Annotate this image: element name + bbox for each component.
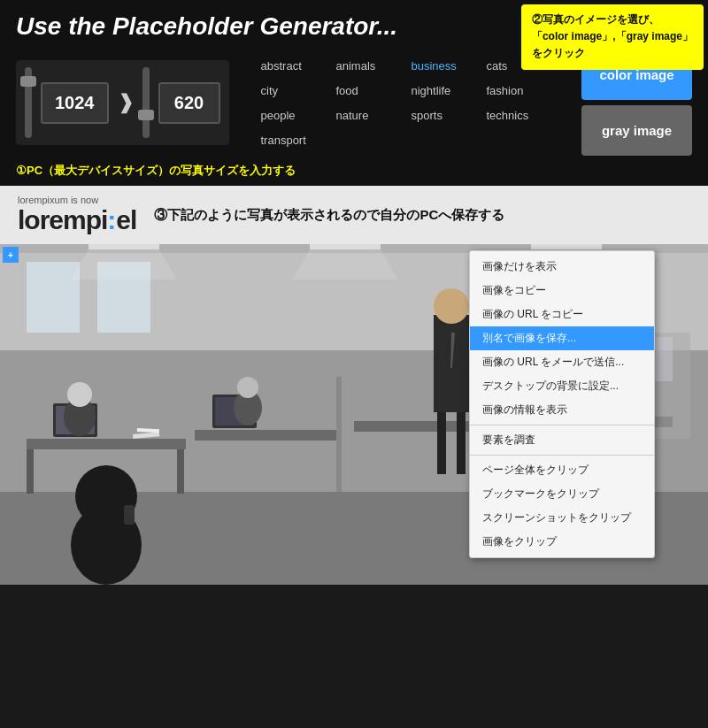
gray-image-button[interactable]: gray image — [581, 105, 692, 156]
slider-thumb-2 — [138, 110, 154, 120]
image-section: + — [0, 244, 708, 585]
svg-point-22 — [237, 377, 258, 398]
callout-line3: をクリック — [532, 45, 693, 62]
height-input[interactable]: 620 — [158, 82, 220, 124]
category-item-animals[interactable]: animals — [336, 53, 412, 78]
context-menu: 画像だけを表示画像をコピー画像の URL をコピー別名で画像を保存...画像の … — [469, 250, 655, 558]
slider-track-1 — [25, 67, 32, 138]
category-item-abstract[interactable]: abstract — [261, 53, 336, 78]
category-item-nightlife[interactable]: nightlife — [412, 78, 487, 103]
svg-rect-6 — [27, 439, 186, 449]
categories-grid: abstractanimalsbusinesscatscityfoodnight… — [261, 53, 562, 152]
svg-rect-3 — [27, 262, 80, 333]
callout-bubble: ②写真のイメージを選び、 「color image」,「gray image」 … — [521, 4, 704, 70]
category-item-nature[interactable]: nature — [336, 103, 412, 127]
context-menu-item-8[interactable]: 要素を調査 — [470, 428, 654, 452]
category-item-business[interactable]: business — [412, 53, 487, 78]
context-menu-divider-7 — [470, 425, 654, 425]
category-item-technics[interactable]: technics — [487, 103, 562, 127]
logo-text-part1: lorempi — [18, 205, 107, 235]
callout-line1: ②写真のイメージを選び、 — [532, 11, 693, 28]
context-menu-item-2[interactable]: 画像の URL をコピー — [470, 303, 654, 326]
middle-section: lorempixum is now lorempi:el ③下記のように写真が表… — [0, 186, 708, 244]
context-menu-item-1[interactable]: 画像をコピー — [470, 279, 654, 303]
category-item-people[interactable]: people — [261, 103, 336, 127]
height-slider[interactable] — [142, 67, 150, 138]
category-item-fashion[interactable]: fashion — [487, 78, 562, 103]
context-menu-item-13[interactable]: 画像をクリップ — [470, 530, 654, 554]
lorempixel-logo: lorempixum is now lorempi:el — [18, 195, 136, 235]
category-item-city[interactable]: city — [261, 78, 336, 103]
logo-text-part2: el — [116, 205, 136, 235]
context-menu-item-6[interactable]: 画像の情報を表示 — [470, 398, 654, 422]
lorempixel-sub: lorempixum is now — [18, 195, 136, 205]
context-menu-divider-9 — [470, 455, 654, 456]
callout-line2: 「color image」,「gray image」 — [532, 28, 693, 45]
step1-label: ①PC（最大デバイスサイズ）の写真サイズを入力する — [16, 163, 692, 179]
svg-marker-43 — [71, 249, 177, 280]
category-item-food[interactable]: food — [336, 78, 412, 103]
svg-rect-25 — [437, 412, 446, 474]
svg-rect-7 — [195, 430, 336, 441]
svg-rect-33 — [124, 505, 135, 525]
svg-point-24 — [434, 288, 469, 324]
slider-thumb-1 — [20, 76, 36, 87]
slider-track-2 — [142, 67, 150, 138]
svg-rect-38 — [336, 377, 342, 492]
arrow-icon: ❱ — [118, 91, 134, 114]
svg-rect-42 — [531, 244, 602, 249]
svg-rect-26 — [457, 412, 466, 474]
context-menu-item-12[interactable]: スクリーンショットをクリップ — [470, 506, 654, 530]
svg-point-20 — [67, 382, 92, 407]
context-menu-item-11[interactable]: ブックマークをクリップ — [470, 482, 654, 506]
context-menu-item-4[interactable]: 画像の URL をメールで送信... — [470, 350, 654, 374]
category-item-sports[interactable]: sports — [412, 103, 487, 127]
context-menu-item-0[interactable]: 画像だけを表示 — [470, 255, 654, 279]
logo-dot: : — [107, 205, 116, 235]
svg-rect-10 — [27, 449, 34, 494]
top-section: Use the Placeholder Generator... ②写真のイメー… — [0, 0, 708, 186]
context-menu-item-10[interactable]: ページ全体をクリップ — [470, 458, 654, 482]
context-menu-item-5[interactable]: デスクトップの背景に設定... — [470, 374, 654, 398]
width-input[interactable]: 1024 — [41, 82, 109, 124]
window-chrome-icon: + — [3, 247, 19, 263]
width-slider[interactable] — [25, 67, 32, 138]
step3-label: ③下記のように写真が表示されるので自分のPCへ保存する — [154, 207, 690, 224]
category-item-transport[interactable]: transport — [261, 127, 336, 152]
svg-rect-40 — [88, 244, 159, 249]
context-menu-item-3[interactable]: 別名で画像を保存... — [470, 326, 654, 350]
svg-rect-41 — [310, 244, 381, 249]
svg-marker-44 — [292, 249, 398, 280]
dimension-area: 1024 ❱ 620 — [16, 60, 229, 145]
svg-rect-11 — [177, 449, 184, 494]
